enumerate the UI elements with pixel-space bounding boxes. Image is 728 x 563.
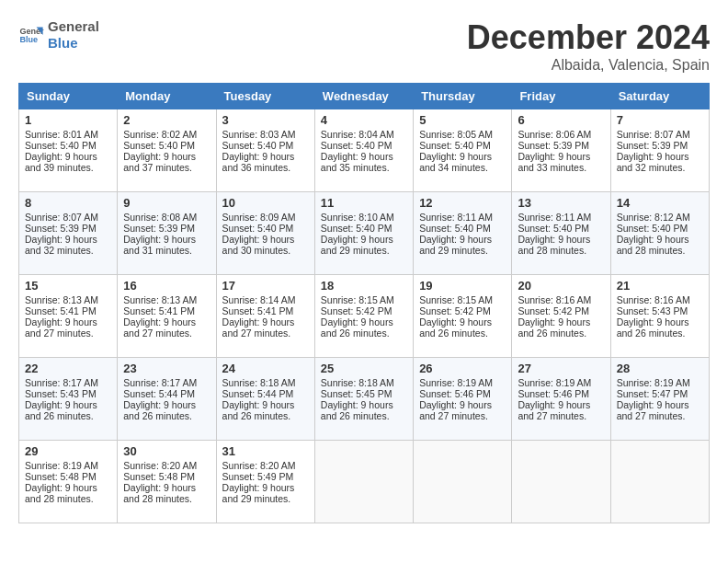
sunrise-text: Sunrise: 8:18 AM (321, 377, 394, 388)
sunrise-text: Sunrise: 8:11 AM (419, 212, 493, 223)
calendar-week-row: 1Sunrise: 8:01 AMSunset: 5:40 PMDaylight… (19, 109, 710, 192)
sunset-text: Sunset: 5:39 PM (518, 140, 589, 151)
sunset-text: Sunset: 5:42 PM (419, 305, 491, 316)
day-number: 28 (617, 362, 703, 375)
sunset-text: Sunset: 5:40 PM (321, 140, 392, 151)
sunrise-text: Sunrise: 8:15 AM (419, 294, 493, 305)
calendar-week-row: 8Sunrise: 8:07 AMSunset: 5:39 PMDaylight… (19, 192, 710, 275)
calendar-cell: 24Sunrise: 8:18 AMSunset: 5:44 PMDayligh… (216, 358, 314, 441)
sunrise-text: Sunrise: 8:02 AM (123, 129, 197, 140)
daylight-label: Daylight: 9 hours and 28 minutes. (25, 482, 97, 504)
day-number: 10 (222, 196, 309, 210)
daylight-label: Daylight: 9 hours and 28 minutes. (518, 234, 590, 256)
daylight-label: Daylight: 9 hours and 26 minutes. (321, 399, 393, 421)
sunrise-text: Sunrise: 8:19 AM (617, 377, 690, 388)
daylight-label: Daylight: 9 hours and 29 minutes. (321, 234, 393, 256)
calendar-cell (610, 441, 709, 523)
calendar-cell: 4Sunrise: 8:04 AMSunset: 5:40 PMDaylight… (314, 109, 413, 192)
sunset-text: Sunset: 5:40 PM (123, 140, 195, 151)
calendar-cell: 2Sunrise: 8:02 AMSunset: 5:40 PMDaylight… (118, 109, 216, 192)
calendar-cell (414, 441, 512, 523)
calendar-week-row: 15Sunrise: 8:13 AMSunset: 5:41 PMDayligh… (19, 275, 710, 358)
daylight-label: Daylight: 9 hours and 29 minutes. (419, 234, 492, 256)
calendar-cell: 9Sunrise: 8:08 AMSunset: 5:39 PMDaylight… (118, 192, 216, 275)
sunset-text: Sunset: 5:42 PM (518, 305, 589, 316)
day-number: 14 (617, 196, 703, 210)
sunrise-text: Sunrise: 8:20 AM (123, 460, 197, 471)
daylight-label: Daylight: 9 hours and 28 minutes. (123, 482, 196, 504)
day-number: 27 (518, 362, 604, 375)
calendar-cell: 7Sunrise: 8:07 AMSunset: 5:39 PMDaylight… (610, 109, 709, 192)
sunrise-text: Sunrise: 8:06 AM (518, 129, 591, 140)
calendar-cell: 12Sunrise: 8:11 AMSunset: 5:40 PMDayligh… (414, 192, 512, 275)
sunset-text: Sunset: 5:48 PM (123, 471, 195, 482)
calendar-table: SundayMondayTuesdayWednesdayThursdayFrid… (18, 83, 710, 523)
sunset-text: Sunset: 5:41 PM (222, 305, 294, 316)
calendar-cell: 20Sunrise: 8:16 AMSunset: 5:42 PMDayligh… (512, 275, 610, 358)
day-number: 7 (617, 113, 703, 127)
calendar-cell: 1Sunrise: 8:01 AMSunset: 5:40 PMDaylight… (19, 109, 118, 192)
calendar-day-header: Friday (512, 84, 610, 109)
day-number: 12 (419, 196, 506, 210)
day-number: 24 (222, 362, 309, 375)
day-number: 30 (123, 444, 210, 458)
daylight-label: Daylight: 9 hours and 33 minutes. (518, 151, 590, 173)
daylight-label: Daylight: 9 hours and 35 minutes. (321, 151, 393, 173)
calendar-cell: 27Sunrise: 8:19 AMSunset: 5:46 PMDayligh… (512, 358, 610, 441)
day-number: 23 (123, 362, 210, 375)
sunset-text: Sunset: 5:45 PM (321, 388, 392, 399)
daylight-label: Daylight: 9 hours and 26 minutes. (25, 399, 97, 421)
calendar-cell: 19Sunrise: 8:15 AMSunset: 5:42 PMDayligh… (414, 275, 512, 358)
day-number: 17 (222, 279, 309, 293)
sunrise-text: Sunrise: 8:14 AM (222, 294, 296, 305)
calendar-cell: 26Sunrise: 8:19 AMSunset: 5:46 PMDayligh… (414, 358, 512, 441)
calendar-cell: 22Sunrise: 8:17 AMSunset: 5:43 PMDayligh… (19, 358, 118, 441)
sunrise-text: Sunrise: 8:11 AM (518, 212, 591, 223)
sunset-text: Sunset: 5:46 PM (419, 388, 491, 399)
sunrise-text: Sunrise: 8:10 AM (321, 212, 394, 223)
daylight-label: Daylight: 9 hours and 26 minutes. (419, 316, 492, 339)
daylight-label: Daylight: 9 hours and 26 minutes. (321, 316, 393, 339)
sunrise-text: Sunrise: 8:20 AM (222, 460, 296, 471)
sunset-text: Sunset: 5:48 PM (25, 471, 97, 482)
daylight-label: Daylight: 9 hours and 31 minutes. (123, 234, 196, 256)
sunset-text: Sunset: 5:39 PM (617, 140, 688, 151)
month-title: December 2024 (467, 18, 710, 57)
calendar-cell: 11Sunrise: 8:10 AMSunset: 5:40 PMDayligh… (314, 192, 413, 275)
sunrise-text: Sunrise: 8:19 AM (419, 377, 493, 388)
daylight-label: Daylight: 9 hours and 27 minutes. (25, 316, 97, 339)
calendar-cell: 28Sunrise: 8:19 AMSunset: 5:47 PMDayligh… (610, 358, 709, 441)
sunset-text: Sunset: 5:42 PM (321, 305, 392, 316)
calendar-day-header: Wednesday (314, 84, 413, 109)
calendar-cell: 29Sunrise: 8:19 AMSunset: 5:48 PMDayligh… (19, 441, 118, 523)
sunrise-text: Sunrise: 8:17 AM (123, 377, 197, 388)
daylight-label: Daylight: 9 hours and 32 minutes. (25, 234, 97, 256)
day-number: 16 (123, 279, 210, 293)
calendar-cell: 31Sunrise: 8:20 AMSunset: 5:49 PMDayligh… (216, 441, 314, 523)
daylight-label: Daylight: 9 hours and 26 minutes. (518, 316, 590, 339)
location-title: Albaida, Valencia, Spain (467, 57, 710, 74)
calendar-day-header: Monday (118, 84, 216, 109)
calendar-cell: 8Sunrise: 8:07 AMSunset: 5:39 PMDaylight… (19, 192, 118, 275)
sunset-text: Sunset: 5:41 PM (123, 305, 195, 316)
sunrise-text: Sunrise: 8:03 AM (222, 129, 296, 140)
sunrise-text: Sunrise: 8:16 AM (617, 294, 690, 305)
calendar-cell: 10Sunrise: 8:09 AMSunset: 5:40 PMDayligh… (216, 192, 314, 275)
sunset-text: Sunset: 5:40 PM (222, 140, 294, 151)
daylight-label: Daylight: 9 hours and 27 minutes. (222, 316, 295, 339)
calendar-cell: 16Sunrise: 8:13 AMSunset: 5:41 PMDayligh… (118, 275, 216, 358)
sunset-text: Sunset: 5:43 PM (617, 305, 688, 316)
daylight-label: Daylight: 9 hours and 37 minutes. (123, 151, 196, 173)
day-number: 21 (617, 279, 703, 293)
day-number: 6 (518, 113, 604, 127)
sunrise-text: Sunrise: 8:09 AM (222, 212, 296, 223)
sunset-text: Sunset: 5:44 PM (123, 388, 195, 399)
day-number: 1 (25, 113, 111, 127)
calendar-week-row: 22Sunrise: 8:17 AMSunset: 5:43 PMDayligh… (19, 358, 710, 441)
title-block: December 2024 Albaida, Valencia, Spain (467, 18, 710, 74)
daylight-label: Daylight: 9 hours and 27 minutes. (518, 399, 590, 421)
sunset-text: Sunset: 5:40 PM (617, 223, 688, 234)
calendar-cell (314, 441, 413, 523)
calendar-cell: 15Sunrise: 8:13 AMSunset: 5:41 PMDayligh… (19, 275, 118, 358)
sunset-text: Sunset: 5:39 PM (123, 223, 195, 234)
